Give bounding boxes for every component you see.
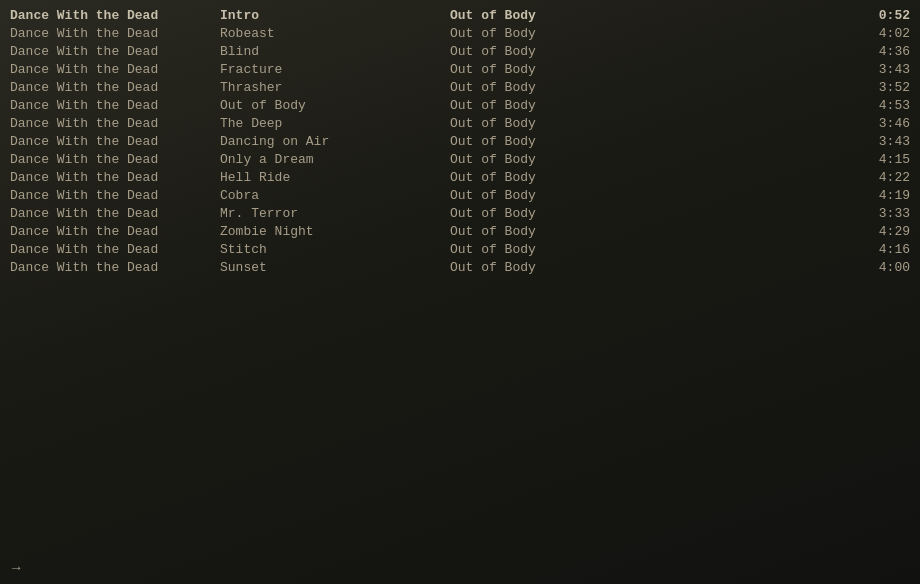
track-title: Fracture xyxy=(220,62,450,77)
track-artist: Dance With the Dead xyxy=(10,62,220,77)
track-album: Out of Body xyxy=(450,26,850,41)
track-artist: Dance With the Dead xyxy=(10,188,220,203)
track-title: Cobra xyxy=(220,188,450,203)
header-duration: 0:52 xyxy=(850,8,910,23)
track-row[interactable]: Dance With the DeadZombie NightOut of Bo… xyxy=(0,222,920,240)
track-album: Out of Body xyxy=(450,62,850,77)
track-duration: 4:29 xyxy=(850,224,910,239)
track-row[interactable]: Dance With the DeadFractureOut of Body3:… xyxy=(0,60,920,78)
track-list: Dance With the Dead Intro Out of Body 0:… xyxy=(0,0,920,276)
track-album: Out of Body xyxy=(450,224,850,239)
track-artist: Dance With the Dead xyxy=(10,260,220,275)
track-title: Thrasher xyxy=(220,80,450,95)
track-title: Stitch xyxy=(220,242,450,257)
track-title: Dancing on Air xyxy=(220,134,450,149)
track-duration: 4:36 xyxy=(850,44,910,59)
track-duration: 4:19 xyxy=(850,188,910,203)
track-duration: 3:43 xyxy=(850,62,910,77)
header-album: Out of Body xyxy=(450,8,850,23)
track-album: Out of Body xyxy=(450,188,850,203)
track-album: Out of Body xyxy=(450,134,850,149)
track-artist: Dance With the Dead xyxy=(10,170,220,185)
track-artist: Dance With the Dead xyxy=(10,116,220,131)
track-duration: 4:00 xyxy=(850,260,910,275)
track-album: Out of Body xyxy=(450,152,850,167)
track-duration: 4:16 xyxy=(850,242,910,257)
track-artist: Dance With the Dead xyxy=(10,44,220,59)
track-row[interactable]: Dance With the DeadThe DeepOut of Body3:… xyxy=(0,114,920,132)
track-row[interactable]: Dance With the DeadOnly a DreamOut of Bo… xyxy=(0,150,920,168)
track-title: Hell Ride xyxy=(220,170,450,185)
track-row[interactable]: Dance With the DeadBlindOut of Body4:36 xyxy=(0,42,920,60)
track-row[interactable]: Dance With the DeadRobeastOut of Body4:0… xyxy=(0,24,920,42)
track-row[interactable]: Dance With the DeadCobraOut of Body4:19 xyxy=(0,186,920,204)
track-artist: Dance With the Dead xyxy=(10,224,220,239)
track-album: Out of Body xyxy=(450,44,850,59)
track-row[interactable]: Dance With the DeadMr. TerrorOut of Body… xyxy=(0,204,920,222)
track-row[interactable]: Dance With the DeadSunsetOut of Body4:00 xyxy=(0,258,920,276)
track-row[interactable]: Dance With the DeadDancing on AirOut of … xyxy=(0,132,920,150)
track-album: Out of Body xyxy=(450,80,850,95)
track-title: Blind xyxy=(220,44,450,59)
track-list-header: Dance With the Dead Intro Out of Body 0:… xyxy=(0,6,920,24)
header-artist: Dance With the Dead xyxy=(10,8,220,23)
track-title: Mr. Terror xyxy=(220,206,450,221)
track-duration: 3:52 xyxy=(850,80,910,95)
track-title: Robeast xyxy=(220,26,450,41)
track-album: Out of Body xyxy=(450,242,850,257)
track-artist: Dance With the Dead xyxy=(10,134,220,149)
track-album: Out of Body xyxy=(450,206,850,221)
track-title: Out of Body xyxy=(220,98,450,113)
track-artist: Dance With the Dead xyxy=(10,152,220,167)
header-title: Intro xyxy=(220,8,450,23)
track-album: Out of Body xyxy=(450,116,850,131)
track-duration: 3:33 xyxy=(850,206,910,221)
track-title: Only a Dream xyxy=(220,152,450,167)
track-duration: 4:02 xyxy=(850,26,910,41)
track-artist: Dance With the Dead xyxy=(10,242,220,257)
track-artist: Dance With the Dead xyxy=(10,206,220,221)
track-album: Out of Body xyxy=(450,260,850,275)
track-duration: 4:15 xyxy=(850,152,910,167)
track-title: The Deep xyxy=(220,116,450,131)
track-row[interactable]: Dance With the DeadThrasherOut of Body3:… xyxy=(0,78,920,96)
track-duration: 4:53 xyxy=(850,98,910,113)
track-row[interactable]: Dance With the DeadStitchOut of Body4:16 xyxy=(0,240,920,258)
track-artist: Dance With the Dead xyxy=(10,98,220,113)
track-duration: 3:43 xyxy=(850,134,910,149)
track-artist: Dance With the Dead xyxy=(10,26,220,41)
track-album: Out of Body xyxy=(450,170,850,185)
track-artist: Dance With the Dead xyxy=(10,80,220,95)
track-title: Sunset xyxy=(220,260,450,275)
track-duration: 4:22 xyxy=(850,170,910,185)
track-duration: 3:46 xyxy=(850,116,910,131)
track-row[interactable]: Dance With the DeadOut of BodyOut of Bod… xyxy=(0,96,920,114)
bottom-arrow: → xyxy=(12,560,20,576)
track-row[interactable]: Dance With the DeadHell RideOut of Body4… xyxy=(0,168,920,186)
track-album: Out of Body xyxy=(450,98,850,113)
track-title: Zombie Night xyxy=(220,224,450,239)
